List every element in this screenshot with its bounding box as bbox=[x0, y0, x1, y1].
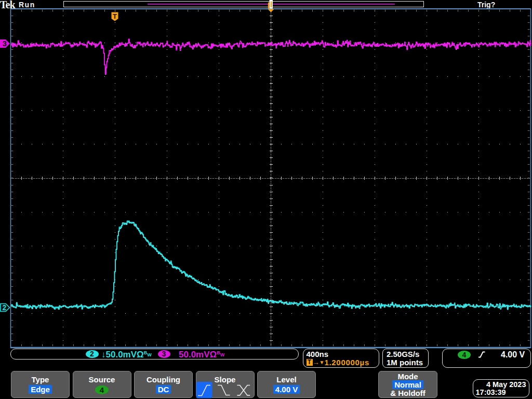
svg-text:T: T bbox=[113, 12, 117, 20]
svg-text:2: 2 bbox=[3, 303, 7, 312]
svg-text:3: 3 bbox=[3, 39, 7, 48]
